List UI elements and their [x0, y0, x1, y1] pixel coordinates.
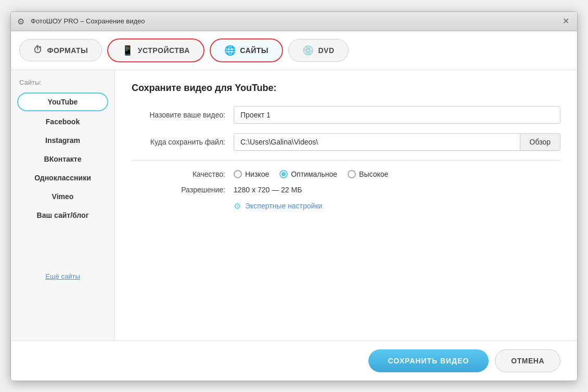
sidebar-item-youtube[interactable]: YouTube — [17, 93, 108, 111]
tab-dvd-label: DVD — [318, 46, 335, 55]
window-title: ФотоШОУ PRO – Сохранение видео — [31, 17, 145, 25]
close-button[interactable]: ✕ — [560, 16, 571, 27]
name-row: Назовите ваше видео: — [132, 106, 560, 124]
content-area: Сайты: YouTube Facebook Instagram ВКонта… — [11, 70, 577, 341]
resolution-row: Разрешение: 1280 x 720 — 22 МБ — [132, 186, 560, 194]
quality-high-label: Высокое — [359, 170, 388, 178]
path-input-group: Обзор — [234, 133, 560, 151]
quality-high[interactable]: Высокое — [348, 170, 388, 178]
cancel-button[interactable]: ОТМЕНА — [495, 349, 560, 372]
quality-label: Качество: — [132, 170, 225, 178]
name-label: Назовите ваше видео: — [132, 111, 225, 119]
radio-optimal-circle — [279, 170, 288, 178]
tab-dvd[interactable]: 💿 DVD — [288, 39, 349, 62]
sites-icon: 🌐 — [224, 45, 236, 56]
quality-low-label: Низкое — [245, 170, 269, 178]
sidebar-item-facebook[interactable]: Facebook — [11, 112, 114, 131]
tab-sites[interactable]: 🌐 САЙТЫ — [210, 38, 283, 62]
tab-formats[interactable]: ⏱ ФОРМАТЫ — [19, 39, 102, 61]
sidebar: Сайты: YouTube Facebook Instagram ВКонта… — [11, 70, 115, 341]
divider — [132, 160, 560, 161]
quality-radio-group: Низкое Оптимальное Высокое — [234, 170, 388, 178]
sidebar-item-vkontakte[interactable]: ВКонтакте — [11, 150, 114, 168]
radio-low-circle — [234, 170, 242, 178]
titlebar: ⚙ ФотоШОУ PRO – Сохранение видео ✕ — [11, 12, 577, 31]
sidebar-footer: Ещё сайты — [11, 266, 114, 286]
path-label: Куда сохранить файл: — [132, 138, 225, 146]
name-input[interactable] — [234, 106, 560, 124]
radio-high-circle — [348, 170, 356, 178]
formats-icon: ⏱ — [33, 45, 43, 56]
quality-optimal[interactable]: Оптимальное — [279, 170, 337, 178]
main-panel: Сохраните видео для YouTube: Назовите ва… — [115, 70, 577, 341]
quality-low[interactable]: Низкое — [234, 170, 269, 178]
resolution-value: 1280 x 720 — 22 МБ — [234, 186, 302, 194]
sidebar-item-vimeo[interactable]: Vimeo — [11, 187, 114, 206]
sidebar-title: Сайты: — [11, 79, 114, 92]
panel-heading: Сохраните видео для YouTube: — [132, 83, 560, 94]
quality-optimal-label: Оптимальное — [291, 170, 337, 178]
app-icon: ⚙ — [17, 17, 27, 26]
dvd-icon: 💿 — [302, 45, 314, 56]
footer-row: СОХРАНИТЬ ВИДЕО ОТМЕНА — [11, 341, 577, 381]
quality-row: Качество: Низкое Оптимальное Высокое — [132, 170, 560, 178]
path-input[interactable] — [234, 133, 520, 151]
gear-icon: ⚙ — [234, 201, 241, 211]
tab-sites-label: САЙТЫ — [240, 46, 269, 55]
tab-devices[interactable]: 📱 УСТРОЙСТВА — [107, 38, 204, 62]
save-button[interactable]: СОХРАНИТЬ ВИДЕО — [368, 349, 489, 372]
tab-formats-label: ФОРМАТЫ — [47, 46, 88, 55]
expert-settings-link[interactable]: ⚙ Экспертные настройки — [234, 201, 560, 211]
path-row: Куда сохранить файл: Обзор — [132, 133, 560, 151]
main-window: ⚙ ФотоШОУ PRO – Сохранение видео ✕ ⏱ ФОР… — [10, 11, 578, 381]
browse-button[interactable]: Обзор — [520, 133, 560, 151]
sidebar-items-list: YouTube Facebook Instagram ВКонтакте Одн… — [11, 93, 114, 225]
sidebar-item-myblog[interactable]: Ваш сайт/блог — [11, 206, 114, 225]
expert-settings-label: Экспертные настройки — [245, 202, 322, 210]
sidebar-item-odnoklassniki[interactable]: Одноклассники — [11, 168, 114, 187]
tabs-row: ⏱ ФОРМАТЫ 📱 УСТРОЙСТВА 🌐 САЙТЫ 💿 DVD — [11, 31, 577, 70]
more-sites-link[interactable]: Ещё сайты — [37, 267, 88, 285]
tab-devices-label: УСТРОЙСТВА — [138, 46, 190, 55]
sidebar-item-instagram[interactable]: Instagram — [11, 131, 114, 150]
devices-icon: 📱 — [122, 45, 134, 56]
titlebar-left: ⚙ ФотоШОУ PRO – Сохранение видео — [17, 17, 145, 26]
resolution-label: Разрешение: — [132, 186, 225, 194]
